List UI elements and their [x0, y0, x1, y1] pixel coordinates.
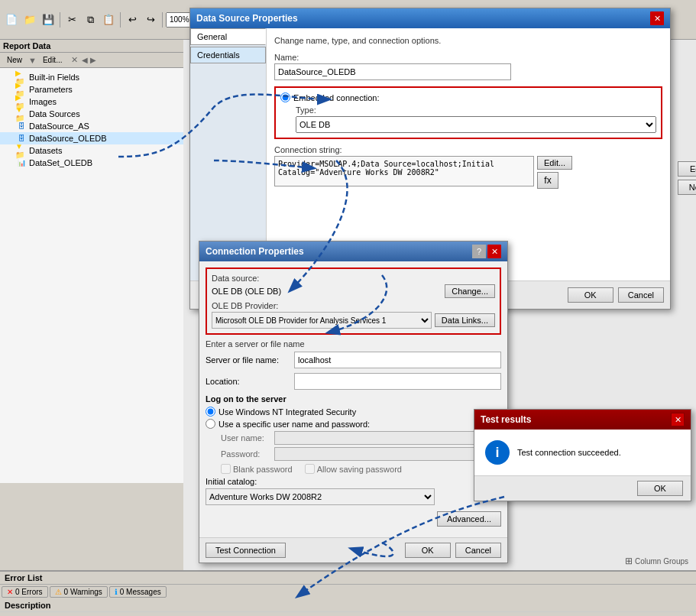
- test-results-close-btn[interactable]: ✕: [671, 413, 685, 426]
- advanced-btn[interactable]: Advanced...: [437, 511, 501, 527]
- ds-props-close-btn[interactable]: ✕: [650, 11, 664, 25]
- tree-images-label: Images: [29, 97, 57, 106]
- new-report-btn[interactable]: New: [2, 54, 28, 66]
- ds-cancel-btn[interactable]: Cancel: [618, 287, 664, 303]
- initial-catalog-label: Initial catalog:: [206, 477, 501, 486]
- undo-btn[interactable]: ↩: [124, 11, 141, 28]
- column-groups-area: ⊞ Column Groups: [625, 556, 688, 566]
- server-name-row: Server or file name:: [206, 352, 501, 368]
- data-source-value: OLE DB (OLE DB): [212, 287, 442, 296]
- radio-specific-user: Use a specific user name and password:: [206, 419, 501, 429]
- rd-separator: ▼: [28, 56, 37, 65]
- radio-windows-input[interactable]: [206, 407, 215, 417]
- embedded-radio[interactable]: [280, 92, 290, 102]
- error-tabs: ✕ 0 Errors ⚠ 0 Warnings ℹ 0 Messages: [0, 585, 696, 599]
- warning-count: 0 Warnings: [64, 588, 102, 596]
- allow-saving-check: Allow saving password: [305, 464, 402, 474]
- tree-datasource-as[interactable]: 🗄 DataSource_AS: [0, 120, 183, 132]
- new-btn[interactable]: 📄: [3, 11, 20, 28]
- conn-help-btn[interactable]: ?: [472, 245, 486, 258]
- save-btn[interactable]: 💾: [40, 11, 57, 28]
- cut-btn[interactable]: ✂: [63, 11, 80, 28]
- rd-nav-back[interactable]: ◀: [82, 56, 88, 64]
- embedded-connection-group: Embedded connection: Type: OLE DB: [274, 86, 662, 139]
- ds-general-tab[interactable]: General: [190, 28, 266, 45]
- conn-cancel-btn[interactable]: Cancel: [455, 543, 501, 558]
- tree-datasets-label: Datasets: [29, 146, 62, 155]
- tree-params-label: Parameters: [29, 85, 73, 94]
- server-section-label: Enter a server or file name: [206, 339, 501, 349]
- conn-side-buttons: Edit... fx: [537, 156, 572, 189]
- change-btn[interactable]: Change...: [445, 284, 495, 298]
- conn-props-footer: Test Connection OK Cancel: [199, 537, 507, 563]
- data-links-btn[interactable]: Data Links...: [435, 313, 495, 327]
- rd-sep2: ✕: [71, 55, 78, 65]
- location-input[interactable]: [294, 373, 501, 390]
- radio-specific-input[interactable]: [206, 419, 215, 429]
- ds-props-title: Data Source Properties: [196, 13, 298, 24]
- radio-windows-label: Use Windows NT Integrated Security: [219, 407, 356, 417]
- ide-background: 📄 📁 💾 ✂ ⧉ 📋 ↩ ↪ 100% ▶ Report Data New ▼…: [0, 0, 696, 616]
- description-header: Description: [0, 599, 696, 612]
- folder-icon-datasources: ▼📁: [15, 109, 28, 119]
- catalog-select[interactable]: Adventure Works DW 2008R2: [206, 488, 435, 505]
- errors-tab[interactable]: ✕ 0 Errors: [2, 586, 48, 598]
- server-name-input[interactable]: [294, 352, 501, 368]
- tree-datasource-oledb[interactable]: 🗄 DataSource_OLEDB: [0, 132, 183, 144]
- checkbox-row: Blank password Allow saving password: [221, 464, 501, 474]
- oledb-provider-select[interactable]: Microsoft OLE DB Provider for Analysis S…: [212, 312, 432, 329]
- copy-btn[interactable]: ⧉: [82, 11, 99, 28]
- tree-dataset-oledb[interactable]: 📊 DataSet_OLEDB: [0, 157, 183, 169]
- location-label: Location:: [206, 377, 290, 386]
- test-results-body: i Test connection succeeded.: [474, 430, 691, 475]
- open-btn[interactable]: 📁: [21, 11, 38, 28]
- tree-builtin-fields[interactable]: ▶📁 Built-in Fields: [0, 71, 183, 83]
- sep1: [60, 12, 60, 28]
- rd-nav-fwd[interactable]: ▶: [90, 56, 96, 64]
- edit-report-btn[interactable]: Edit...: [37, 54, 68, 66]
- ds-new-right-btn[interactable]: New...: [678, 180, 696, 195]
- test-results-titlebar: Test results ✕: [474, 410, 691, 430]
- ds-description: Change name, type, and connection option…: [274, 36, 662, 45]
- location-row: Location:: [206, 373, 501, 390]
- ds-edit-right-btn[interactable]: Edit...: [678, 161, 696, 177]
- status-bar: Error List ✕ 0 Errors ⚠ 0 Warnings ℹ 0 M…: [0, 570, 696, 616]
- conn-ok-btn[interactable]: OK: [405, 543, 451, 558]
- password-input[interactable]: [274, 447, 501, 461]
- conn-string-row: Edit... fx: [274, 156, 662, 189]
- test-connection-btn[interactable]: Test Connection: [206, 543, 286, 558]
- rd-toolbar: New ▼ Edit... ✕ ◀ ▶: [0, 53, 183, 68]
- embedded-label: Embedded connection:: [293, 93, 380, 102]
- paste-btn[interactable]: 📋: [100, 11, 117, 28]
- info-icon: i: [485, 440, 510, 465]
- edit-conn-btn[interactable]: Edit...: [537, 156, 572, 170]
- logon-label: Log on to the server: [206, 394, 501, 404]
- tree-ds-as-label: DataSource_AS: [29, 122, 89, 131]
- conn-close-btn[interactable]: ✕: [487, 245, 501, 258]
- tree-images[interactable]: ▶📁 Images: [0, 96, 183, 108]
- type-select[interactable]: OLE DB: [296, 116, 656, 133]
- radio-specific-label: Use a specific user name and password:: [219, 420, 370, 429]
- sep2: [120, 12, 121, 28]
- tree-parameters[interactable]: ▶📁 Parameters: [0, 83, 183, 96]
- fx-btn[interactable]: fx: [537, 172, 558, 189]
- name-input[interactable]: [274, 63, 511, 80]
- redo-btn[interactable]: ↪: [142, 11, 159, 28]
- test-results-dialog: Test results ✕ i Test connection succeed…: [474, 409, 691, 501]
- messages-tab[interactable]: ℹ 0 Messages: [109, 586, 167, 598]
- tree-builtin-label: Built-in Fields: [29, 73, 79, 82]
- blank-password-checkbox[interactable]: [221, 464, 231, 474]
- blank-password-check: Blank password: [221, 464, 293, 474]
- tree-data-sources[interactable]: ▼📁 Data Sources: [0, 108, 183, 120]
- tree-datasets[interactable]: ▼📁 Datasets: [0, 144, 183, 157]
- ds-credentials-tab[interactable]: Credentials: [190, 47, 266, 63]
- allow-saving-checkbox[interactable]: [305, 464, 315, 474]
- test-results-ok-btn[interactable]: OK: [637, 481, 683, 496]
- conn-props-titlebar: Connection Properties ? ✕: [199, 242, 507, 261]
- ds-ok-btn[interactable]: OK: [568, 287, 613, 303]
- warnings-tab[interactable]: ⚠ 0 Warnings: [50, 586, 108, 598]
- tree-dataset-oledb-label: DataSet_OLEDB: [29, 158, 92, 167]
- conn-string-input[interactable]: [274, 156, 534, 186]
- username-row: User name:: [221, 431, 501, 445]
- username-input[interactable]: [274, 431, 501, 445]
